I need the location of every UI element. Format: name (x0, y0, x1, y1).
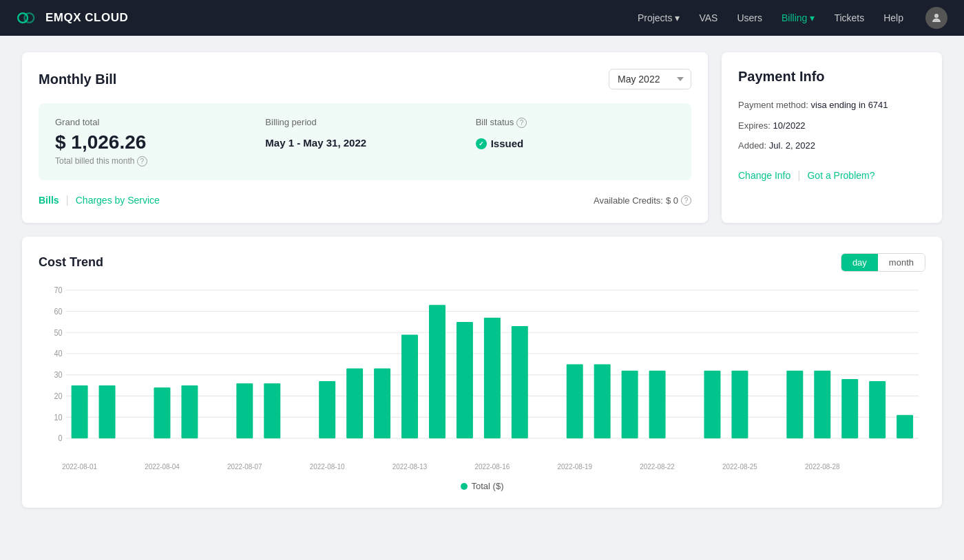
view-toggle: day month (841, 253, 925, 272)
bill-status-value: Issued (476, 132, 675, 149)
billing-tabs: Bills | Charges by Service Available Cre… (39, 194, 691, 206)
payment-expires-row: Expires: 10/2022 (738, 119, 925, 133)
svg-text:50: 50 (54, 328, 63, 336)
svg-rect-24 (264, 383, 280, 438)
monthly-bill-card: Monthly Bill May 2022 Grand total $ 1,02… (22, 52, 708, 223)
brand-name: EMQX CLOUD (45, 11, 128, 25)
credits-help-icon[interactable]: ? (681, 195, 691, 206)
nav-users[interactable]: Users (737, 12, 762, 23)
svg-rect-25 (319, 381, 335, 438)
svg-rect-1 (24, 13, 34, 23)
user-avatar[interactable] (925, 7, 947, 29)
chart-legend: Total ($) (39, 481, 925, 491)
payment-info-title: Payment Info (738, 69, 925, 85)
svg-rect-35 (622, 371, 638, 438)
got-problem-link[interactable]: Got a Problem? (807, 170, 874, 181)
grand-total-value: $ 1,026.26 (55, 131, 254, 153)
svg-text:2022-08-28: 2022-08-28 (805, 463, 840, 471)
available-credits: Available Credits: $ 0 ? (594, 195, 691, 206)
chevron-down-icon: ▾ (675, 12, 680, 23)
svg-rect-36 (649, 371, 666, 438)
nav-billing[interactable]: Billing ▾ (782, 12, 815, 23)
bill-status-label: Bill status ? (476, 117, 675, 128)
monthly-bill-header: Monthly Bill May 2022 (39, 69, 691, 89)
svg-rect-26 (346, 369, 363, 439)
svg-rect-34 (594, 364, 611, 438)
payment-action-sep: | (797, 169, 800, 182)
nav-tickets[interactable]: Tickets (834, 12, 864, 23)
svg-text:2022-08-01: 2022-08-01 (62, 463, 97, 471)
svg-rect-22 (181, 385, 198, 438)
brand-logo-area[interactable]: EMQX CLOUD (17, 11, 128, 25)
svg-rect-39 (786, 371, 803, 438)
chart-container: 0102030405060702022-08-012022-08-042022-… (39, 283, 925, 475)
tab-charges-by-service[interactable]: Charges by Service (76, 195, 160, 206)
payment-info-card: Payment Info Payment method: visa ending… (722, 52, 942, 223)
svg-text:2022-08-04: 2022-08-04 (145, 463, 180, 471)
change-info-link[interactable]: Change Info (738, 170, 790, 181)
svg-text:2022-08-10: 2022-08-10 (310, 463, 345, 471)
svg-rect-23 (236, 383, 253, 438)
svg-rect-37 (704, 371, 720, 438)
cost-trend-header: Cost Trend day month (39, 253, 925, 272)
tab-separator: | (66, 194, 69, 206)
svg-rect-40 (814, 371, 830, 438)
svg-text:2022-08-22: 2022-08-22 (640, 463, 675, 471)
billing-summary: Grand total $ 1,026.26 Total billed this… (39, 103, 691, 180)
grand-total-sub: Total billed this month ? (55, 156, 254, 166)
navbar: EMQX CLOUD Projects ▾ VAS Users Billing … (0, 0, 964, 36)
svg-rect-27 (374, 369, 390, 439)
legend-dot-icon (461, 483, 468, 490)
monthly-bill-title: Monthly Bill (39, 72, 116, 87)
view-day-button[interactable]: day (841, 254, 878, 271)
svg-rect-28 (401, 334, 418, 438)
nav-menu: Projects ▾ VAS Users Billing ▾ Tickets H… (638, 12, 903, 23)
bill-status-help-icon[interactable]: ? (516, 118, 527, 128)
svg-rect-31 (484, 318, 501, 438)
svg-text:2022-08-19: 2022-08-19 (557, 463, 592, 471)
cost-trend-title: Cost Trend (39, 255, 103, 270)
svg-rect-21 (154, 387, 170, 438)
payment-method-row: Payment method: visa ending in 6741 (738, 98, 925, 112)
svg-text:60: 60 (54, 307, 63, 315)
status-issued-icon (476, 138, 487, 149)
svg-text:30: 30 (54, 371, 63, 379)
svg-point-2 (934, 14, 939, 18)
tab-bills[interactable]: Bills (39, 195, 59, 206)
grand-total-col: Grand total $ 1,026.26 Total billed this… (55, 117, 254, 166)
svg-text:10: 10 (54, 413, 63, 421)
cost-trend-section: Cost Trend day month 0102030405060702022… (22, 237, 942, 508)
tab-links: Bills | Charges by Service (39, 194, 160, 206)
svg-rect-19 (72, 385, 88, 438)
svg-text:0: 0 (59, 434, 63, 442)
billing-period-value: May 1 - May 31, 2022 (265, 131, 464, 149)
nav-projects[interactable]: Projects ▾ (638, 12, 680, 23)
svg-rect-32 (512, 326, 528, 438)
svg-text:20: 20 (54, 392, 63, 400)
billing-period-col: Billing period May 1 - May 31, 2022 (265, 117, 464, 166)
emqx-logo-icon (17, 11, 39, 25)
view-month-button[interactable]: month (878, 254, 925, 271)
svg-text:2022-08-16: 2022-08-16 (475, 463, 510, 471)
svg-rect-33 (567, 364, 583, 438)
svg-rect-30 (457, 322, 473, 438)
svg-rect-29 (429, 305, 446, 438)
svg-text:40: 40 (54, 349, 63, 358)
svg-text:2022-08-07: 2022-08-07 (227, 463, 262, 471)
left-column: Monthly Bill May 2022 Grand total $ 1,02… (22, 52, 708, 223)
svg-rect-38 (731, 371, 748, 438)
nav-vas[interactable]: VAS (699, 12, 717, 23)
svg-rect-41 (841, 379, 858, 438)
bill-status-col: Bill status ? Issued (476, 117, 675, 166)
payment-added-row: Added: Jul. 2, 2022 (738, 139, 925, 153)
main-content: Monthly Bill May 2022 Grand total $ 1,02… (0, 36, 964, 524)
svg-text:2022-08-25: 2022-08-25 (722, 463, 757, 471)
chevron-down-icon: ▾ (810, 12, 815, 23)
nav-help[interactable]: Help (883, 12, 903, 23)
grand-total-help-icon[interactable]: ? (137, 156, 147, 166)
payment-actions: Change Info | Got a Problem? (738, 169, 925, 182)
svg-text:70: 70 (54, 286, 63, 294)
svg-rect-42 (869, 381, 886, 438)
cost-chart-svg: 0102030405060702022-08-012022-08-042022-… (39, 283, 925, 475)
month-selector[interactable]: May 2022 (609, 69, 691, 89)
